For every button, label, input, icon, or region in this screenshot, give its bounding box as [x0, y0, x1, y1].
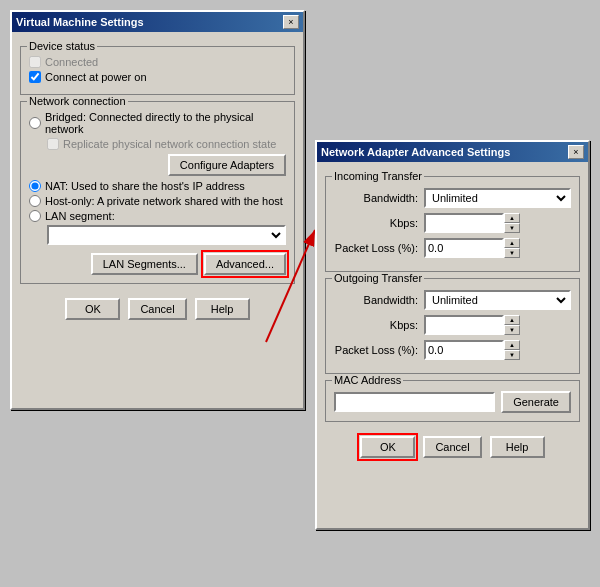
- bridged-label: Bridged: Connected directly to the physi…: [45, 111, 286, 135]
- outgoing-kbps-spinner: ▲ ▼: [424, 315, 520, 335]
- advanced-window-content: Incoming Transfer Bandwidth: Unlimited 1…: [317, 162, 588, 474]
- incoming-packet-loss-row: Packet Loss (%): ▲ ▼: [334, 238, 571, 258]
- incoming-kbps-up-button[interactable]: ▲: [504, 213, 520, 223]
- connected-label: Connected: [45, 56, 98, 68]
- main-window: Virtual Machine Settings × Device status…: [10, 10, 305, 410]
- replicate-label: Replicate physical network connection st…: [63, 138, 276, 150]
- advanced-button[interactable]: Advanced...: [204, 253, 286, 275]
- connected-checkbox[interactable]: [29, 56, 41, 68]
- outgoing-kbps-down-button[interactable]: ▼: [504, 325, 520, 335]
- main-help-button[interactable]: Help: [195, 298, 250, 320]
- nat-radio[interactable]: [29, 180, 41, 192]
- outgoing-transfer-label: Outgoing Transfer: [332, 272, 424, 284]
- connected-row: Connected: [29, 56, 286, 68]
- advanced-window: Network Adapter Advanced Settings × Inco…: [315, 140, 590, 530]
- outgoing-packet-loss-row: Packet Loss (%): ▲ ▼: [334, 340, 571, 360]
- main-title-controls: ×: [283, 15, 299, 29]
- main-button-bar: OK Cancel Help: [20, 290, 295, 328]
- advanced-title-controls: ×: [568, 145, 584, 159]
- incoming-bandwidth-row: Bandwidth: Unlimited 10 Kbps 100 Kbps 1 …: [334, 188, 571, 208]
- host-only-radio[interactable]: [29, 195, 41, 207]
- outgoing-packet-loss-spinner-buttons: ▲ ▼: [504, 340, 520, 360]
- generate-button[interactable]: Generate: [501, 391, 571, 413]
- lan-segment-label: LAN segment:: [45, 210, 115, 222]
- outgoing-bandwidth-combo: Unlimited 10 Kbps 100 Kbps 1 Mbps: [424, 290, 571, 310]
- host-only-label: Host-only: A private network shared with…: [45, 195, 283, 207]
- outgoing-bandwidth-row: Bandwidth: Unlimited 10 Kbps 100 Kbps 1 …: [334, 290, 571, 310]
- outgoing-kbps-spinner-buttons: ▲ ▼: [504, 315, 520, 335]
- lan-segment-radio[interactable]: [29, 210, 41, 222]
- incoming-bandwidth-select[interactable]: Unlimited 10 Kbps 100 Kbps 1 Mbps: [424, 188, 571, 208]
- incoming-transfer-group: Incoming Transfer Bandwidth: Unlimited 1…: [325, 176, 580, 272]
- lan-segment-select[interactable]: [47, 225, 286, 245]
- lan-segments-button[interactable]: LAN Segments...: [91, 253, 198, 275]
- connect-at-power-on-label: Connect at power on: [45, 71, 147, 83]
- mac-address-input[interactable]: [334, 392, 495, 412]
- host-only-row: Host-only: A private network shared with…: [29, 195, 286, 207]
- outgoing-transfer-group: Outgoing Transfer Bandwidth: Unlimited 1…: [325, 278, 580, 374]
- network-connection-label: Network connection: [27, 95, 128, 107]
- incoming-kbps-spinner: ▲ ▼: [424, 213, 520, 233]
- incoming-packet-loss-input[interactable]: [424, 238, 504, 258]
- main-window-title: Virtual Machine Settings: [16, 16, 144, 28]
- incoming-kbps-label: Kbps:: [334, 217, 424, 229]
- outgoing-packet-loss-input[interactable]: [424, 340, 504, 360]
- advanced-title-bar: Network Adapter Advanced Settings ×: [317, 142, 588, 162]
- advanced-button-bar: OK Cancel Help: [325, 428, 580, 466]
- incoming-kbps-spinner-buttons: ▲ ▼: [504, 213, 520, 233]
- network-connection-group: Network connection Bridged: Connected di…: [20, 101, 295, 284]
- nat-label: NAT: Used to share the host's IP address: [45, 180, 245, 192]
- outgoing-bandwidth-select[interactable]: Unlimited 10 Kbps 100 Kbps 1 Mbps: [424, 290, 571, 310]
- nat-row: NAT: Used to share the host's IP address: [29, 180, 286, 192]
- outgoing-kbps-input[interactable]: [424, 315, 504, 335]
- lan-combo: [47, 225, 286, 245]
- main-ok-button[interactable]: OK: [65, 298, 120, 320]
- incoming-packet-loss-spinner: ▲ ▼: [424, 238, 520, 258]
- outgoing-bandwidth-label: Bandwidth:: [334, 294, 424, 306]
- outgoing-packet-loss-label: Packet Loss (%):: [334, 344, 424, 356]
- mac-address-label: MAC Address: [332, 374, 403, 386]
- lan-combo-row: [47, 225, 286, 245]
- outgoing-packet-loss-down-button[interactable]: ▼: [504, 350, 520, 360]
- connect-at-power-on-checkbox[interactable]: [29, 71, 41, 83]
- outgoing-kbps-up-button[interactable]: ▲: [504, 315, 520, 325]
- incoming-kbps-row: Kbps: ▲ ▼: [334, 213, 571, 233]
- mac-address-group: MAC Address Generate: [325, 380, 580, 422]
- outgoing-kbps-label: Kbps:: [334, 319, 424, 331]
- incoming-kbps-input[interactable]: [424, 213, 504, 233]
- configure-adapters-button[interactable]: Configure Adapters: [168, 154, 286, 176]
- incoming-packet-loss-spinner-buttons: ▲ ▼: [504, 238, 520, 258]
- incoming-kbps-down-button[interactable]: ▼: [504, 223, 520, 233]
- advanced-close-button[interactable]: ×: [568, 145, 584, 159]
- outgoing-packet-loss-up-button[interactable]: ▲: [504, 340, 520, 350]
- incoming-packet-loss-up-button[interactable]: ▲: [504, 238, 520, 248]
- connect-at-power-on-row: Connect at power on: [29, 71, 286, 83]
- outgoing-kbps-row: Kbps: ▲ ▼: [334, 315, 571, 335]
- bridged-row: Bridged: Connected directly to the physi…: [29, 111, 286, 135]
- main-close-button[interactable]: ×: [283, 15, 299, 29]
- advanced-help-button[interactable]: Help: [490, 436, 545, 458]
- replicate-row: Replicate physical network connection st…: [47, 138, 286, 150]
- main-title-bar: Virtual Machine Settings ×: [12, 12, 303, 32]
- incoming-transfer-label: Incoming Transfer: [332, 170, 424, 182]
- replicate-checkbox[interactable]: [47, 138, 59, 150]
- device-status-label: Device status: [27, 40, 97, 52]
- advanced-window-title: Network Adapter Advanced Settings: [321, 146, 510, 158]
- advanced-ok-button[interactable]: OK: [360, 436, 415, 458]
- main-window-content: Device status Connected Connect at power…: [12, 32, 303, 336]
- incoming-packet-loss-label: Packet Loss (%):: [334, 242, 424, 254]
- outgoing-packet-loss-spinner: ▲ ▼: [424, 340, 520, 360]
- advanced-cancel-button[interactable]: Cancel: [423, 436, 481, 458]
- bridged-radio[interactable]: [29, 117, 41, 129]
- lan-segment-radio-row: LAN segment:: [29, 210, 286, 222]
- incoming-packet-loss-down-button[interactable]: ▼: [504, 248, 520, 258]
- incoming-bandwidth-combo: Unlimited 10 Kbps 100 Kbps 1 Mbps: [424, 188, 571, 208]
- main-cancel-button[interactable]: Cancel: [128, 298, 186, 320]
- device-status-group: Device status Connected Connect at power…: [20, 46, 295, 95]
- incoming-bandwidth-label: Bandwidth:: [334, 192, 424, 204]
